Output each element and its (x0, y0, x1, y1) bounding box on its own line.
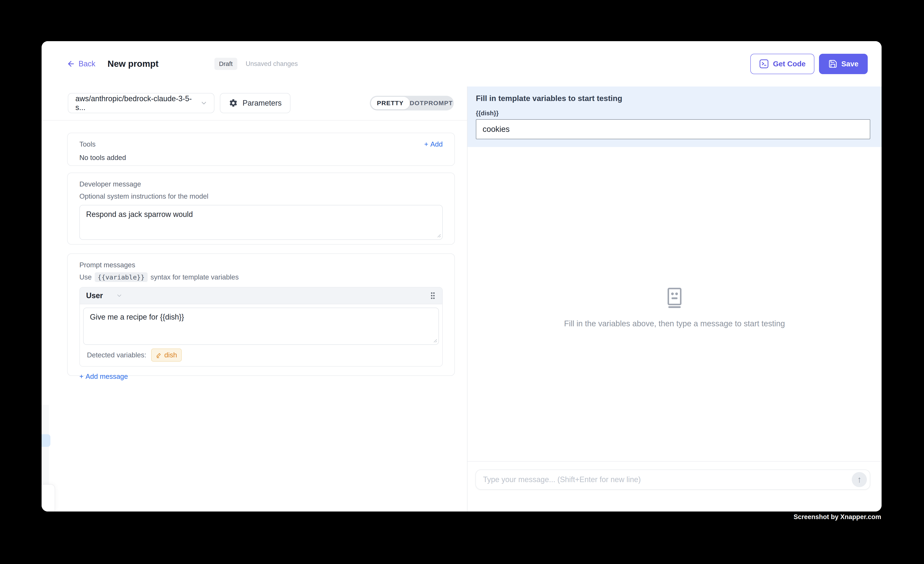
resize-handle-icon[interactable] (436, 233, 441, 238)
prompt-messages-hint: Use {{variable}} syntax for template var… (80, 272, 442, 282)
template-variables-section: Fill in template variables to start test… (468, 87, 882, 147)
chat-input-row: ↑ (476, 470, 870, 490)
chevron-down-icon (116, 292, 123, 299)
send-message-button[interactable]: ↑ (852, 472, 867, 487)
tester-empty-state-text: Fill in the variables above, then type a… (468, 319, 882, 328)
corner-card (42, 484, 55, 512)
save-icon (828, 59, 837, 69)
message-textarea[interactable]: Give me a recipe for {{dish}} (83, 308, 439, 345)
hint-prefix: Use (80, 273, 92, 281)
unsaved-changes-text: Unsaved changes (246, 60, 298, 68)
app-window: Back New prompt Draft Unsaved changes Ge… (42, 41, 882, 512)
hint-suffix: syntax for template variables (151, 273, 239, 281)
developer-message-textarea[interactable]: Respond as jack sparrow would (80, 205, 442, 240)
arrow-up-icon: ↑ (857, 474, 862, 484)
message-body: Give me a recipe for {{dish}} Detected v… (80, 304, 442, 366)
model-selector[interactable]: aws/anthropic/bedrock-claude-3-5-s... (68, 93, 214, 113)
pencil-icon (156, 352, 162, 358)
add-message-button[interactable]: + Add message (80, 372, 128, 381)
chevron-down-icon (200, 99, 208, 107)
view-toggle: PRETTY DOTPROMPT (370, 96, 454, 111)
status-badge: Draft (214, 58, 237, 70)
add-tool-button[interactable]: + Add (424, 140, 442, 148)
toggle-dotprompt[interactable]: DOTPROMPT (410, 97, 453, 110)
chat-divider (468, 461, 882, 462)
tools-empty-text: No tools added (80, 154, 442, 162)
watermark-text: Screenshot by Xnapper.com (794, 513, 881, 521)
developer-message-label: Developer message (80, 180, 442, 188)
back-button[interactable]: Back (67, 59, 95, 68)
dish-variable-input[interactable] (476, 119, 870, 139)
tester-panel: Fill in template variables to start test… (467, 87, 882, 512)
variable-badge-dish[interactable]: dish (151, 349, 182, 362)
prompt-editor-panel: aws/anthropic/bedrock-claude-3-5-s... Pa… (42, 87, 467, 512)
get-code-label: Get Code (773, 60, 806, 68)
page-title: New prompt (108, 59, 159, 69)
terminal-icon (759, 59, 769, 69)
editor-cards: Tools + Add No tools added Developer mes… (42, 120, 467, 512)
save-label: Save (841, 60, 858, 68)
back-label: Back (78, 59, 95, 68)
add-message-label: Add message (86, 372, 128, 381)
dish-variable-label: {{dish}} (476, 110, 870, 117)
model-selector-value: aws/anthropic/bedrock-claude-3-5-s... (75, 94, 200, 112)
bot-face-icon (665, 288, 684, 309)
plus-icon: + (424, 140, 428, 148)
variable-name: dish (164, 351, 177, 359)
toggle-pretty[interactable]: PRETTY (371, 97, 410, 110)
message-block: User Give me a recipe for {{dish}} (80, 287, 442, 367)
prompt-messages-card: Prompt messages Use {{variable}} syntax … (67, 254, 455, 376)
resize-handle-icon[interactable] (433, 338, 437, 343)
role-selector[interactable]: User (86, 291, 123, 300)
parameters-label: Parameters (243, 99, 282, 108)
plus-icon: + (80, 372, 83, 381)
parameters-button[interactable]: Parameters (220, 93, 290, 113)
tools-card: Tools + Add No tools added (67, 133, 455, 166)
message-header: User (80, 288, 442, 304)
developer-message-hint: Optional system instructions for the mod… (80, 192, 442, 200)
model-row: aws/anthropic/bedrock-claude-3-5-s... Pa… (68, 93, 454, 113)
tester-title: Fill in template variables to start test… (476, 94, 870, 103)
detected-variables-label: Detected variables: (87, 351, 146, 359)
get-code-button[interactable]: Get Code (750, 54, 814, 74)
drag-handle-icon[interactable] (430, 291, 436, 300)
chat-message-input[interactable] (483, 475, 852, 484)
header: Back New prompt Draft Unsaved changes Ge… (42, 41, 882, 87)
prompt-messages-label: Prompt messages (80, 261, 442, 269)
gear-icon (229, 99, 238, 108)
save-button[interactable]: Save (819, 54, 868, 74)
add-tool-label: Add (430, 140, 442, 148)
arrow-left-icon (67, 60, 75, 68)
tools-label: Tools (80, 140, 96, 148)
detected-variables-row: Detected variables: dish (83, 345, 439, 366)
role-value: User (86, 291, 103, 300)
developer-message-card: Developer message Optional system instru… (67, 172, 455, 244)
sidebar-active-item (42, 434, 50, 447)
variable-syntax-chip: {{variable}} (95, 272, 148, 282)
